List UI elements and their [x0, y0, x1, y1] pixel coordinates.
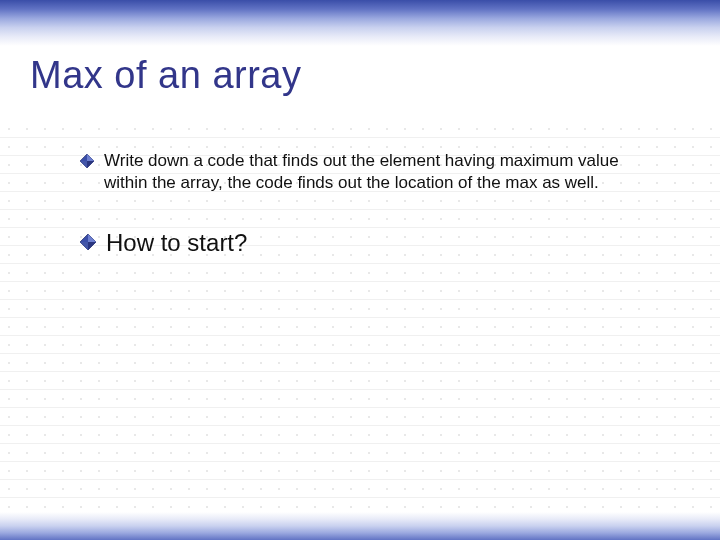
- svg-marker-2: [87, 161, 94, 168]
- bullet-item: Write down a code that finds out the ele…: [80, 150, 660, 194]
- svg-marker-5: [88, 234, 96, 242]
- slide-title: Max of an array: [30, 54, 302, 97]
- bullet-text: How to start?: [106, 228, 247, 258]
- diamond-bullet-icon: [80, 234, 96, 250]
- slide: Max of an array Write down a code that f…: [0, 0, 720, 540]
- bottom-gradient-band: [0, 512, 720, 540]
- bullet-item: How to start?: [80, 228, 660, 258]
- bullet-text: Write down a code that finds out the ele…: [104, 150, 660, 194]
- svg-marker-7: [80, 242, 88, 250]
- svg-marker-6: [88, 242, 96, 250]
- slide-content: Write down a code that finds out the ele…: [80, 150, 660, 292]
- diamond-bullet-icon: [80, 154, 94, 168]
- svg-marker-3: [80, 161, 87, 168]
- svg-marker-1: [87, 154, 94, 161]
- top-gradient-band: [0, 0, 720, 46]
